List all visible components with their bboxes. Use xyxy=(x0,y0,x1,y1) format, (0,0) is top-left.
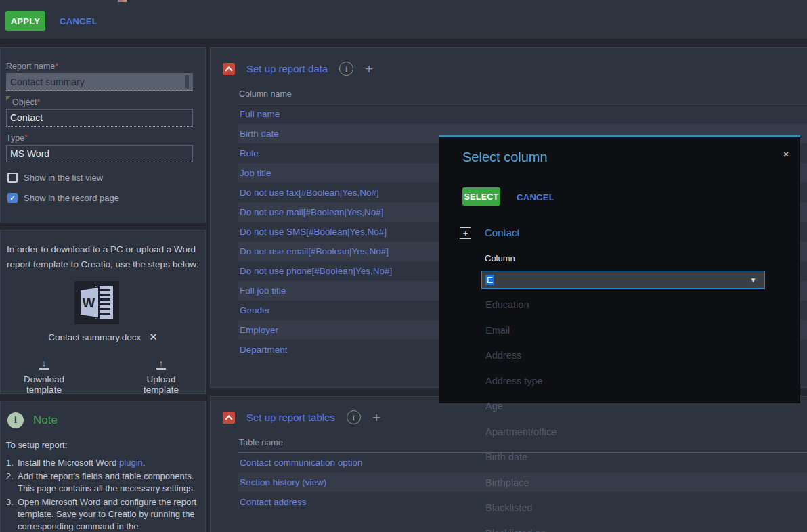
select-button[interactable]: SELECT xyxy=(462,187,500,206)
column-dropdown-list: EducationEmailAddressAddress typeAgeApar… xyxy=(439,292,800,532)
type-field: Type* MS Word xyxy=(6,133,196,162)
type-input[interactable]: MS Word xyxy=(6,145,193,162)
table-name-header: Table name xyxy=(239,438,283,447)
note-title: Note xyxy=(33,414,58,427)
required-mark: * xyxy=(24,133,28,143)
add-column-icon[interactable]: + xyxy=(365,62,373,76)
changed-field-marker xyxy=(6,96,11,101)
upload-template-label: Upload template xyxy=(129,374,193,395)
apply-button[interactable]: APPLY xyxy=(5,11,45,31)
note-info-icon: i xyxy=(7,412,24,428)
dropdown-item[interactable]: Birthplace xyxy=(439,470,800,496)
report-column-row[interactable]: Full name xyxy=(238,104,807,124)
object-field: Object* Contact xyxy=(6,97,196,127)
remove-template-icon[interactable]: ✕ xyxy=(149,331,158,342)
top-action-bar: APPLY CANCEL xyxy=(0,0,807,39)
show-in-list-view-checkbox[interactable]: Show in the list view xyxy=(7,173,103,183)
column-label: Column xyxy=(485,253,515,263)
checkbox-unchecked-icon[interactable] xyxy=(7,173,18,183)
report-name-field: Report name* Contact summary xyxy=(6,62,196,91)
dropdown-item[interactable]: Address xyxy=(439,343,800,369)
note-step-3: 3. Open Microsoft Word and configure the… xyxy=(6,496,204,532)
dialog-cancel-button[interactable]: CANCEL xyxy=(517,192,554,202)
column-input[interactable]: E xyxy=(482,271,742,288)
checkbox-label: Show in the record page xyxy=(24,193,119,203)
dropdown-item[interactable]: Age xyxy=(439,394,800,420)
dropdown-item[interactable]: Birth date xyxy=(439,445,800,470)
expand-tree-icon[interactable]: + xyxy=(460,227,471,239)
input-scrollbar[interactable] xyxy=(185,75,189,89)
template-file-row: Contact summary.docx✕ xyxy=(1,331,205,343)
required-mark: * xyxy=(55,62,58,71)
clipped-page-title-fragment xyxy=(118,0,127,2)
download-icon: ↓ xyxy=(39,358,49,370)
note-step-2: 2. Add the report's fields and table com… xyxy=(6,470,204,495)
note-body: To setup report: 1. Install the Microsof… xyxy=(6,439,204,532)
tree-root-contact[interactable]: Contact xyxy=(485,227,520,238)
report-name-input[interactable]: Contact summary xyxy=(6,73,193,91)
note-panel: i Note To setup report: 1. Install the M… xyxy=(0,401,206,532)
download-template-label: Download template xyxy=(6,374,82,395)
checkbox-checked-icon[interactable]: ✓ xyxy=(7,193,18,203)
note-intro: To setup report: xyxy=(6,439,204,451)
required-mark: * xyxy=(37,97,40,107)
checkbox-label: Show in the list view xyxy=(24,173,103,183)
dropdown-item[interactable]: Education xyxy=(439,292,800,318)
show-in-record-page-checkbox[interactable]: ✓ Show in the record page xyxy=(7,193,119,203)
template-instruction: In order to download to a PC or upload a… xyxy=(7,242,203,272)
dropdown-item[interactable]: Address type xyxy=(439,369,800,395)
section-title: Set up report tables xyxy=(246,412,335,423)
download-template-button[interactable]: ↓ Download template xyxy=(6,357,82,395)
svg-text:W: W xyxy=(83,295,95,310)
dropdown-arrow-icon[interactable]: ▼ xyxy=(742,271,764,288)
info-icon[interactable]: i xyxy=(339,62,353,76)
object-input[interactable]: Contact xyxy=(6,109,193,127)
column-combobox[interactable]: E ▼ xyxy=(481,271,765,289)
plugin-link[interactable]: plugin xyxy=(119,458,143,468)
dropdown-item[interactable]: Blacklisted xyxy=(439,495,800,521)
template-file-name: Contact summary.docx xyxy=(48,332,141,342)
report-settings-panel: Report name* Contact summary Object* Con… xyxy=(0,47,206,223)
word-template-panel: In order to download to a PC or upload a… xyxy=(0,230,206,394)
selected-text: E xyxy=(485,275,494,285)
add-table-icon[interactable]: + xyxy=(372,411,380,424)
column-name-header: Column name xyxy=(239,89,292,99)
word-file-icon: W xyxy=(74,281,119,324)
dialog-title: Select column xyxy=(462,150,548,165)
upload-template-button[interactable]: ↑ Upload template xyxy=(129,357,193,395)
upload-icon: ↑ xyxy=(156,358,167,370)
type-label: Type* xyxy=(6,133,196,143)
dropdown-item[interactable]: Blacklisted on xyxy=(439,521,800,532)
collapse-section-icon[interactable] xyxy=(223,412,235,424)
note-step-1: 1. Install the Microsoft Word plugin. xyxy=(6,457,204,469)
section-title: Set up report data xyxy=(246,63,328,74)
collapse-section-icon[interactable] xyxy=(223,63,235,75)
info-icon[interactable]: i xyxy=(347,410,361,424)
dropdown-item[interactable]: Email xyxy=(439,318,800,344)
close-icon[interactable]: ✕ xyxy=(783,150,789,159)
dropdown-item[interactable]: Apartment/office xyxy=(439,420,800,445)
report-name-label: Report name* xyxy=(6,62,196,71)
cancel-button[interactable]: CANCEL xyxy=(60,16,97,26)
object-label: Object* xyxy=(6,97,196,107)
